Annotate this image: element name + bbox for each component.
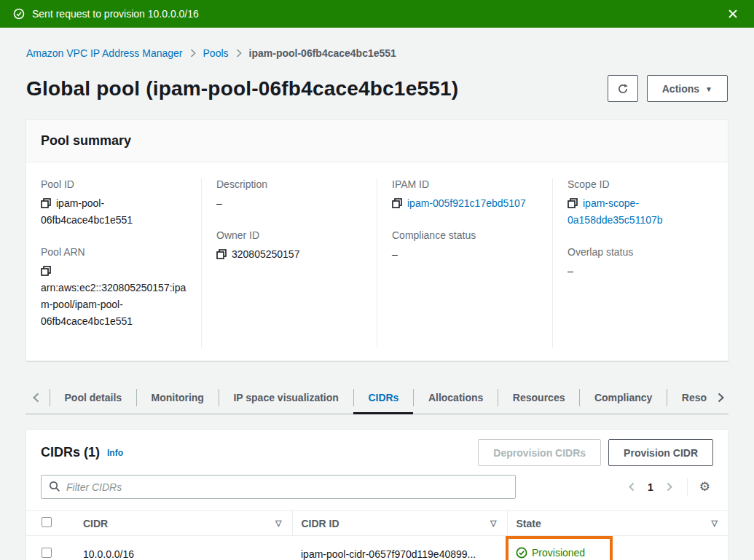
tab-monitoring[interactable]: Monitoring <box>137 382 219 414</box>
check-circle-icon <box>516 547 527 559</box>
field-compliance-status-value: – <box>392 246 538 263</box>
status-badge: Provisioned <box>516 547 585 559</box>
summary-col-3: IPAM ID ipam-005f921c17ebd5107 Complianc… <box>377 178 552 347</box>
sort-icon[interactable]: ▽ <box>275 518 283 528</box>
field-ipam-id: IPAM ID ipam-005f921c17ebd5107 <box>392 178 538 212</box>
select-all-checkbox[interactable] <box>42 517 52 527</box>
pagination-prev-button[interactable] <box>623 479 640 494</box>
tabs-scroll-right-button[interactable] <box>709 382 729 414</box>
field-description-value: – <box>216 195 362 212</box>
filter-cidrs-input[interactable] <box>41 475 516 499</box>
summary-col-4: Scope ID ipam-scope-0a158dde35c51107b Ov… <box>552 178 728 347</box>
breadcrumb-link-ipam[interactable]: Amazon VPC IP Address Manager <box>26 47 183 59</box>
scope-id-link[interactable]: ipam-scope-0a158dde35c51107b <box>568 197 663 226</box>
tab-cidrs[interactable]: CIDRs <box>353 382 413 414</box>
check-circle-icon <box>13 8 25 20</box>
pool-summary-body: Pool ID ipam-pool-06fb4cace4bc1e551 Pool… <box>26 162 728 360</box>
pagination-next-button[interactable] <box>661 479 678 494</box>
column-header-state[interactable]: State▽ <box>507 511 728 536</box>
ipam-id-link[interactable]: ipam-005f921c17ebd5107 <box>407 197 526 209</box>
pool-summary-card: Pool summary Pool ID ipam-pool-06fb4cace… <box>25 119 729 361</box>
copy-icon[interactable] <box>41 198 51 208</box>
tab-allocations[interactable]: Allocations <box>414 382 498 414</box>
copy-icon[interactable] <box>568 198 578 208</box>
tab-resource-planning[interactable]: Reso <box>667 382 709 414</box>
search-icon <box>49 481 60 492</box>
field-compliance-status-label: Compliance status <box>392 229 538 241</box>
chevron-left-icon <box>629 482 635 492</box>
pagination: 1 ⚙ <box>623 478 713 497</box>
table-header-row: CIDR▽ CIDR ID▽ State▽ <box>26 511 728 536</box>
provision-cidr-button[interactable]: Provision CIDR <box>608 439 713 466</box>
cell-cidr-id: ipam-pool-cidr-0657f970d119e40899... <box>292 536 507 560</box>
cidrs-panel-header: CIDRs (1) Info Deprovision CIDRs Provisi… <box>26 430 728 473</box>
page-header: Global pool (ipam-pool-06fb4cace4bc1e551… <box>26 75 728 102</box>
field-pool-arn-label: Pool ARN <box>41 246 186 258</box>
field-owner-id: Owner ID 320805250157 <box>216 229 362 263</box>
close-icon <box>728 9 738 19</box>
summary-col-2: Description – Owner ID 320805250157 <box>201 178 377 347</box>
pagination-divider <box>687 478 688 497</box>
field-scope-id: Scope ID ipam-scope-0a158dde35c51107b <box>568 178 713 229</box>
copy-icon[interactable] <box>216 249 227 259</box>
breadcrumb-link-pools[interactable]: Pools <box>203 47 229 59</box>
pool-summary-title: Pool summary <box>41 133 131 148</box>
chevron-left-icon <box>33 393 39 403</box>
pagination-page[interactable]: 1 <box>643 481 658 493</box>
cidrs-panel: CIDRs (1) Info Deprovision CIDRs Provisi… <box>25 429 729 560</box>
field-description-label: Description <box>216 178 362 190</box>
field-overlap-status: Overlap status – <box>568 246 713 280</box>
page-title: Global pool (ipam-pool-06fb4cace4bc1e551… <box>26 77 458 100</box>
field-pool-arn-value: arn:aws:ec2::320805250157:ipam-pool/ipam… <box>41 282 186 327</box>
column-header-state-label: State <box>517 518 541 529</box>
chevron-right-icon <box>718 393 724 403</box>
chevron-right-icon <box>190 49 196 58</box>
field-overlap-status-value: – <box>568 263 713 280</box>
actions-button[interactable]: Actions ▼ <box>647 75 728 102</box>
column-header-cidr-id-label: CIDR ID <box>302 518 339 529</box>
cell-cidr: 10.0.0.0/16 <box>74 536 292 560</box>
copy-icon[interactable] <box>392 198 402 208</box>
banner-message: Sent request to provision 10.0.0.0/16 <box>32 8 199 20</box>
field-pool-id-label: Pool ID <box>41 178 186 190</box>
row-checkbox[interactable] <box>42 548 52 558</box>
breadcrumb-current: ipam-pool-06fb4cace4bc1e551 <box>249 47 396 59</box>
tab-compliancy[interactable]: Compliancy <box>580 382 667 414</box>
breadcrumb: Amazon VPC IP Address Manager Pools ipam… <box>26 47 728 59</box>
status-badge-label: Provisioned <box>532 547 585 559</box>
tab-resources[interactable]: Resources <box>498 382 580 414</box>
sort-icon[interactable]: ▽ <box>490 518 498 528</box>
refresh-button[interactable] <box>608 75 638 102</box>
field-ipam-id-label: IPAM ID <box>392 178 538 190</box>
field-pool-id: Pool ID ipam-pool-06fb4cace4bc1e551 <box>41 178 186 229</box>
banner-close-button[interactable] <box>725 6 741 22</box>
caret-down-icon: ▼ <box>705 85 712 93</box>
table-settings-button[interactable]: ⚙ <box>696 478 713 496</box>
actions-button-label: Actions <box>662 83 699 95</box>
summary-col-1: Pool ID ipam-pool-06fb4cace4bc1e551 Pool… <box>26 178 201 347</box>
sort-icon[interactable]: ▽ <box>712 518 719 528</box>
gear-icon: ⚙ <box>699 480 710 494</box>
tab-pool-details[interactable]: Pool details <box>50 382 137 414</box>
field-compliance-status: Compliance status – <box>392 229 538 263</box>
field-pool-arn: Pool ARN arn:aws:ec2::320805250157:ipam-… <box>41 246 186 330</box>
tabs-bar: Pool details Monitoring IP space visuali… <box>25 382 729 414</box>
success-banner: Sent request to provision 10.0.0.0/16 <box>0 0 754 28</box>
tabs-scroll-left-button[interactable] <box>25 382 50 414</box>
field-overlap-status-label: Overlap status <box>568 246 713 258</box>
copy-icon[interactable] <box>41 266 51 276</box>
tab-ip-space-visualization[interactable]: IP space visualization <box>219 382 353 414</box>
cidrs-title: CIDRs (1) <box>41 445 100 460</box>
deprovision-cidrs-button[interactable]: Deprovision CIDRs <box>478 439 601 466</box>
field-owner-id-value: 320805250157 <box>232 248 299 260</box>
chevron-right-icon <box>667 482 672 492</box>
chevron-right-icon <box>236 49 242 58</box>
refresh-icon <box>617 83 629 95</box>
column-header-cidr-id[interactable]: CIDR ID▽ <box>292 511 507 536</box>
column-header-cidr[interactable]: CIDR▽ <box>74 511 292 536</box>
column-header-cidr-label: CIDR <box>83 518 108 529</box>
table-row: 10.0.0.0/16 ipam-pool-cidr-0657f970d119e… <box>26 536 728 560</box>
filter-row: 1 ⚙ <box>26 473 728 510</box>
cidrs-table: CIDR▽ CIDR ID▽ State▽ 10.0.0.0/16 ipam-p… <box>26 510 728 560</box>
info-link[interactable]: Info <box>107 448 123 458</box>
